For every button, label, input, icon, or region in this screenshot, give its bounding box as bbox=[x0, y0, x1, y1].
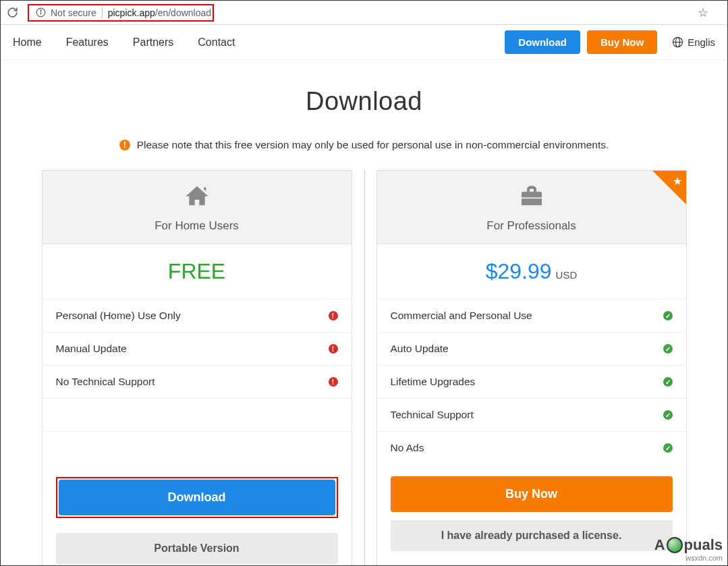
feature-text: No Technical Support bbox=[56, 376, 155, 388]
language-label: Englis bbox=[688, 36, 715, 48]
nav-partners[interactable]: Partners bbox=[133, 36, 173, 49]
feature-row-empty bbox=[43, 399, 352, 432]
plan-free-actions: Download Portable Version bbox=[43, 465, 352, 566]
feature-row: Auto Update✓ bbox=[377, 333, 686, 366]
url[interactable]: picpick.app/en/download bbox=[103, 7, 211, 19]
nav-home[interactable]: Home bbox=[13, 36, 42, 49]
limitation-icon: ! bbox=[329, 344, 338, 353]
address-highlight: Not secure picpick.app/en/download bbox=[28, 4, 214, 22]
site-nav: Home Features Partners Contact Download … bbox=[1, 25, 727, 60]
home-icon bbox=[43, 183, 352, 213]
feature-text: Manual Update bbox=[56, 343, 127, 355]
free-download-button[interactable]: Download bbox=[59, 480, 335, 515]
plan-pro-currency: USD bbox=[556, 269, 578, 281]
watermark: Apuals wsxdn.com bbox=[654, 536, 723, 562]
briefcase-icon bbox=[377, 183, 686, 213]
plan-free-title: For Home Users bbox=[43, 219, 352, 233]
nav-contact[interactable]: Contact bbox=[198, 36, 235, 49]
plan-free: For Home Users FREE Personal (Home) Use … bbox=[42, 170, 352, 566]
info-icon[interactable] bbox=[34, 7, 47, 19]
watermark-source: wsxdn.com bbox=[685, 554, 723, 562]
not-secure-label: Not secure bbox=[51, 7, 103, 18]
bookmark-star-icon[interactable]: ☆ bbox=[698, 5, 708, 20]
svg-rect-6 bbox=[522, 192, 542, 205]
plan-pro-title: For Professionals bbox=[377, 219, 686, 233]
pricing-plans: For Home Users FREE Personal (Home) Use … bbox=[1, 170, 727, 566]
check-icon: ✓ bbox=[663, 443, 673, 453]
reload-icon[interactable] bbox=[6, 7, 18, 19]
feature-row: Manual Update! bbox=[43, 333, 352, 366]
feature-row: Personal (Home) Use Only! bbox=[43, 300, 352, 333]
feature-text: Technical Support bbox=[391, 409, 474, 421]
nav-buy-button[interactable]: Buy Now bbox=[587, 30, 657, 54]
watermark-logo: Apuals bbox=[654, 536, 723, 554]
plan-pro: ★ For Professionals $29.99USD Commercial… bbox=[376, 170, 687, 566]
url-path: /en/download bbox=[155, 7, 211, 18]
plan-pro-price-row: $29.99USD bbox=[377, 244, 686, 300]
feature-row: Technical Support✓ bbox=[377, 399, 686, 432]
svg-point-2 bbox=[40, 10, 40, 11]
warning-icon: ! bbox=[119, 140, 130, 150]
portable-version-button[interactable]: Portable Version bbox=[56, 533, 338, 564]
plan-pro-header: For Professionals bbox=[377, 171, 686, 244]
download-highlight: Download bbox=[56, 477, 338, 518]
watermark-badge-icon bbox=[667, 537, 683, 553]
warning-note: ! Please note that this free version may… bbox=[1, 139, 727, 151]
plan-free-header: For Home Users bbox=[43, 171, 352, 244]
plan-free-price-row: FREE bbox=[43, 244, 352, 300]
featured-star-icon: ★ bbox=[673, 175, 682, 188]
main-content: Download ! Please note that this free ve… bbox=[1, 60, 727, 566]
feature-row: No Ads✓ bbox=[377, 432, 686, 464]
svg-rect-7 bbox=[522, 198, 542, 199]
pro-buy-button[interactable]: Buy Now bbox=[391, 476, 673, 512]
nav-download-button[interactable]: Download bbox=[505, 30, 580, 54]
plan-free-price: FREE bbox=[168, 259, 225, 283]
feature-text: Lifetime Upgrades bbox=[391, 376, 476, 388]
warning-text: Please note that this free version may o… bbox=[137, 139, 609, 151]
limitation-icon: ! bbox=[329, 377, 338, 387]
limitation-icon: ! bbox=[329, 311, 338, 320]
feature-row: No Technical Support! bbox=[43, 366, 352, 399]
plan-pro-price: $29.99 bbox=[486, 259, 552, 283]
page-title: Download bbox=[1, 87, 727, 116]
feature-row: Lifetime Upgrades✓ bbox=[377, 366, 686, 399]
globe-icon bbox=[672, 36, 683, 48]
check-icon: ✓ bbox=[663, 377, 673, 387]
language-selector[interactable]: Englis bbox=[672, 36, 715, 48]
check-icon: ✓ bbox=[663, 311, 673, 320]
feature-text: Personal (Home) Use Only bbox=[56, 310, 181, 322]
plan-pro-actions: Buy Now I have already purchased a licen… bbox=[377, 464, 686, 565]
browser-address-bar: Not secure picpick.app/en/download ☆ bbox=[1, 1, 727, 25]
feature-text: No Ads bbox=[391, 442, 424, 454]
feature-row: Commercial and Personal Use✓ bbox=[377, 300, 686, 333]
plans-divider bbox=[364, 170, 365, 566]
check-icon: ✓ bbox=[663, 410, 673, 420]
nav-features[interactable]: Features bbox=[66, 36, 109, 49]
check-icon: ✓ bbox=[663, 344, 673, 353]
already-purchased-button[interactable]: I have already purchased a license. bbox=[391, 520, 673, 551]
feature-text: Auto Update bbox=[391, 343, 449, 355]
feature-row-empty bbox=[43, 432, 352, 465]
url-host: picpick.app bbox=[108, 7, 155, 18]
feature-text: Commercial and Personal Use bbox=[391, 310, 532, 322]
